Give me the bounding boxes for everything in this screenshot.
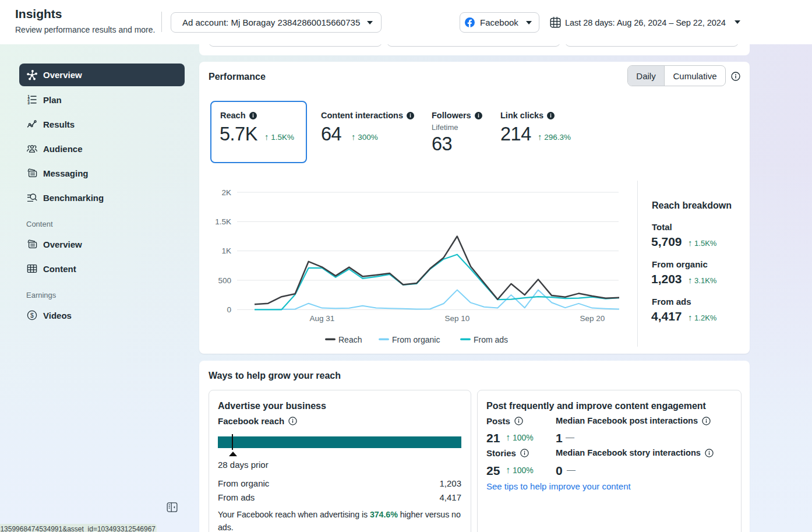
svg-text:2K: 2K [221,188,231,197]
svg-text:Sep 10: Sep 10 [445,314,470,323]
svg-text:3: 3 [27,101,30,105]
svg-text:0: 0 [227,305,231,314]
svg-text:From ads: From ads [474,335,508,344]
svg-text:1K: 1K [221,246,231,255]
svg-text:Reach: Reach [338,335,362,344]
svg-text:500: 500 [218,276,231,285]
svg-text:From organic: From organic [392,335,440,344]
svg-text:1.5K: 1.5K [215,217,231,226]
svg-text:Aug 31: Aug 31 [310,314,335,323]
svg-text:$: $ [30,312,34,319]
svg-text:Sep 20: Sep 20 [580,314,605,323]
